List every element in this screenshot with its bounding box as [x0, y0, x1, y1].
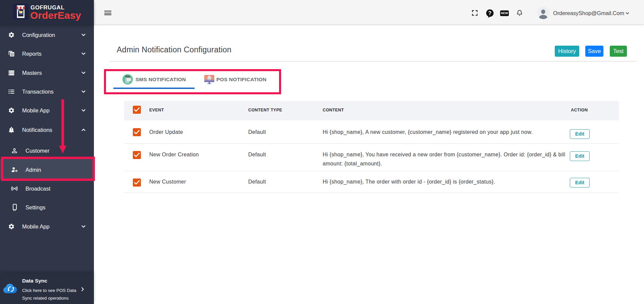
svg-text:?: ?: [488, 10, 492, 16]
